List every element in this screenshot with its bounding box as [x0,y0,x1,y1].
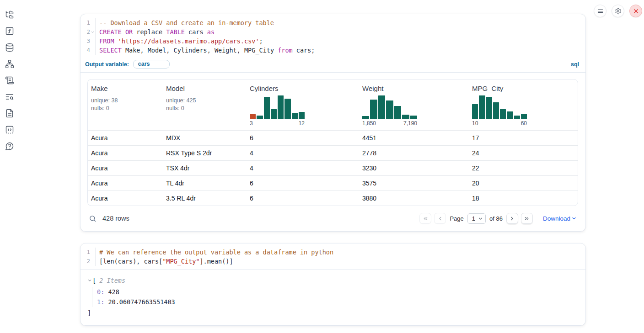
table-cell: Acura [88,180,163,187]
tree-entries: 0: 4281: 20.060747663551403 [92,287,578,307]
sidebar-item-data-sources[interactable] [5,43,14,52]
table-row[interactable]: Acura3.5 RL 4dr6388018 [88,190,578,206]
column-header-cylinders[interactable]: Cylinders312 [247,79,359,130]
sidebar-item-logs[interactable] [5,92,14,101]
histogram-bar [386,100,393,119]
previous-page-button[interactable] [434,213,446,224]
collapse-toggle-icon[interactable] [87,278,92,283]
helper-sidebar [0,0,19,333]
histogram-bars [250,95,305,119]
axis-max-label: 7,190 [403,120,417,127]
table-row[interactable]: AcuraRSX Type S 2dr4277824 [88,145,578,160]
histogram-bar [472,104,478,119]
code-text: FROM 'https://datasets.marimo.app/cars.c… [96,37,263,46]
python-editor[interactable]: 1# We can reference the output variable … [80,243,585,270]
page-select[interactable]: 1 [467,213,486,224]
sql-cell: 1-- Download a CSV and create an in-memo… [80,14,586,232]
open-bracket: [ [92,276,96,285]
download-label: Download [543,215,570,222]
table-row[interactable]: AcuraMDX6445117 [88,130,578,145]
histogram-bar [278,95,284,119]
download-button[interactable]: Download [543,215,577,222]
column-header-model[interactable]: Modelunique: 425nulls: 0 [163,79,247,130]
gutter-spacer [90,46,96,55]
next-page-button[interactable] [506,213,518,224]
histogram-bar [514,116,520,119]
file-text-icon [5,109,14,118]
column-header-mpg_city[interactable]: MPG_City1060 [469,79,578,130]
item-index: 1: [97,298,104,306]
gutter-spacer [90,18,96,27]
sql-editor[interactable]: 1-- Download a CSV and create an in-memo… [80,14,585,58]
sidebar-item-snippets[interactable] [5,125,14,134]
gutter-spacer [90,248,96,257]
code-text: [len(cars), cars["MPG_City"].mean()] [96,257,233,266]
histogram-bar [507,111,513,119]
row-count: 428 rows [102,215,129,222]
histogram-axis: 1,8507,190 [362,120,417,127]
item-index: 0: [97,288,104,296]
histogram-mpg_city[interactable]: 1060 [472,95,527,127]
sql-cell-output: Makeunique: 38nulls: 0Modelunique: 425nu… [80,73,585,231]
page-select-value: 1 [472,215,475,222]
code-text: -- Download a CSV and create an in-memor… [96,18,274,27]
topbar [594,5,642,17]
python-cell-output: [2 Items 0: 4281: 20.060747663551403 ] [80,270,585,325]
table-cell: 6 [247,134,359,142]
histogram-bar [378,95,385,119]
fold-toggle-icon[interactable] [90,27,96,37]
item-value: 428 [108,288,119,296]
chevron-down-icon [478,216,483,221]
chevron-down-icon [571,216,577,221]
settings-icon [615,8,622,15]
histogram-bar [271,109,277,119]
table-cell: 6 [247,195,359,202]
histogram-bar [284,99,290,119]
table-cell: Acura [88,164,163,172]
settings-button[interactable] [612,5,624,17]
sidebar-item-dependency-graph[interactable] [5,59,14,69]
column-header-weight[interactable]: Weight1,8507,190 [359,79,469,130]
column-null-count: nulls: 0 [91,105,160,112]
search-icon[interactable] [89,215,97,222]
table-cell: Acura [88,149,163,157]
axis-max-label: 60 [521,120,527,127]
last-page-button[interactable] [521,213,533,224]
output-variable-input[interactable]: cars [133,60,170,69]
histogram-bar [299,112,305,119]
histogram-weight[interactable]: 1,8507,190 [362,95,417,127]
tree-root-line: [2 Items [87,276,578,285]
sidebar-item-file-explorer[interactable] [5,10,14,19]
scroll-text-icon [5,76,14,85]
line-number: 3 [80,37,90,46]
histogram-bars [362,95,417,119]
page-label: Page [450,215,463,222]
sidebar-item-documentation[interactable] [5,109,14,118]
code-line: 3FROM 'https://datasets.marimo.app/cars.… [80,37,585,46]
sidebar-item-variables[interactable] [5,26,14,36]
line-number: 4 [80,46,90,55]
sidebar-item-help[interactable] [5,142,14,151]
menu-icon [597,8,604,15]
shutdown-button[interactable] [629,5,642,17]
column-null-count: nulls: 0 [166,105,243,112]
axis-max-label: 12 [299,120,305,127]
first-page-button[interactable] [419,213,431,224]
output-variable-row: Output variable: cars sql [80,58,585,72]
column-name: Cylinders [250,85,356,92]
sidebar-item-scratchpad[interactable] [5,76,14,85]
table-row[interactable]: AcuraTSX 4dr4323022 [88,160,578,175]
column-name: Weight [362,85,466,92]
histogram-cylinders[interactable]: 312 [250,95,305,127]
histogram-bar [402,115,409,119]
line-number: 2 [80,27,90,37]
histogram-bar [486,97,492,119]
histogram-bar [362,116,369,119]
histogram-bar [370,100,377,119]
output-variable-label: Output variable: [85,61,129,68]
table-row[interactable]: AcuraTL 4dr6357520 [88,175,578,190]
column-header-make[interactable]: Makeunique: 38nulls: 0 [88,79,163,130]
table-header-row: Makeunique: 38nulls: 0Modelunique: 425nu… [88,79,578,130]
code-line: 4SELECT Make, Model, Cylinders, Weight, … [80,46,585,55]
notebook-menu-button[interactable] [594,5,606,17]
